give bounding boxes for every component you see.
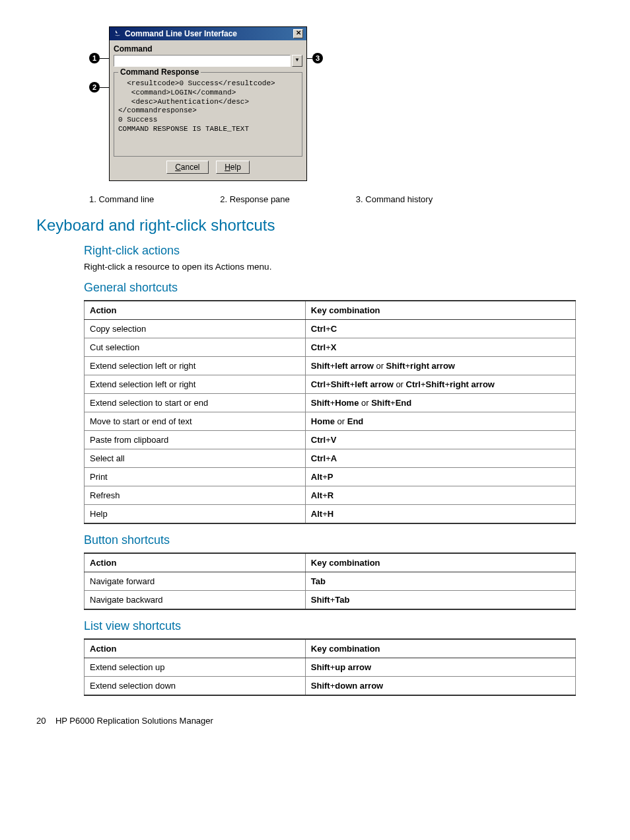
- cell-action: Select all: [85, 449, 306, 468]
- table-row: PrintAlt+P: [85, 468, 576, 486]
- legend-3: 3. Command history: [356, 194, 433, 204]
- cell-action: Print: [85, 468, 306, 486]
- th-key: Key combination: [305, 639, 575, 658]
- cell-action: Cut selection: [85, 338, 306, 357]
- table-row: Navigate backwardShift+Tab: [85, 591, 576, 610]
- button-shortcuts-table: Action Key combination Navigate forwardT…: [84, 553, 576, 610]
- cell-action: Extend selection left or right: [85, 375, 306, 394]
- heading-button-shortcuts: Button shortcuts: [84, 533, 594, 547]
- cell-key: Ctrl+C: [305, 320, 575, 338]
- cli-dialog: Command Line User Interface ✕ Command ▼ …: [109, 26, 307, 181]
- th-key: Key combination: [305, 301, 575, 320]
- dialog-title: Command Line User Interface: [125, 29, 237, 38]
- callout-1: 1: [89, 53, 100, 63]
- heading-keyboard-shortcuts: Keyboard and right-click shortcuts: [36, 216, 594, 235]
- cell-key: Ctrl+Shift+left arrow or Ctrl+Shift+righ…: [305, 375, 575, 394]
- table-row: Extend selection left or rightCtrl+Shift…: [85, 375, 576, 394]
- legend-2: 2. Response pane: [220, 194, 290, 204]
- table-row: HelpAlt+H: [85, 505, 576, 524]
- table-row: Extend selection downShift+down arrow: [85, 677, 576, 696]
- table-row: Move to start or end of textHome or End: [85, 412, 576, 431]
- command-input[interactable]: [114, 55, 291, 67]
- cell-action: Move to start or end of text: [85, 412, 306, 431]
- table-row: Extend selection left or rightShift+left…: [85, 357, 576, 375]
- cell-action: Extend selection up: [85, 658, 306, 677]
- cell-key: Shift+Tab: [305, 591, 575, 610]
- table-row: Copy selectionCtrl+C: [85, 320, 576, 338]
- cell-action: Help: [85, 505, 306, 524]
- th-action: Action: [85, 639, 306, 658]
- cell-action: Navigate backward: [85, 591, 306, 610]
- rightclick-text: Right-click a resource to open its Actio…: [84, 262, 594, 272]
- response-fieldset: Command Response <resultcode>0 Success</…: [114, 72, 302, 157]
- cell-key: Shift+Home or Shift+End: [305, 394, 575, 412]
- th-key: Key combination: [305, 553, 575, 572]
- cell-action: Extend selection to start or end: [85, 394, 306, 412]
- th-action: Action: [85, 301, 306, 320]
- cell-key: Ctrl+V: [305, 431, 575, 449]
- callout-3: 3: [312, 53, 323, 63]
- page-number: 20: [36, 716, 46, 726]
- page-footer: 20 HP P6000 Replication Solutions Manage…: [36, 716, 594, 726]
- response-text: <resultcode>0 Success</resultcode> <comm…: [118, 79, 298, 152]
- cell-key: Alt+R: [305, 486, 575, 505]
- legend-1: 1. Command line: [89, 194, 154, 204]
- cell-key: Shift+up arrow: [305, 658, 575, 677]
- java-icon: [113, 29, 122, 38]
- table-row: Extend selection upShift+up arrow: [85, 658, 576, 677]
- response-legend: Command Response: [118, 67, 201, 77]
- table-row: RefreshAlt+R: [85, 486, 576, 505]
- cell-key: Ctrl+X: [305, 338, 575, 357]
- command-label: Command: [114, 44, 302, 54]
- callout-legend: 1. Command line 2. Response pane 3. Comm…: [89, 194, 594, 204]
- listview-shortcuts-table: Action Key combination Extend selection …: [84, 638, 576, 696]
- cell-action: Copy selection: [85, 320, 306, 338]
- cancel-button[interactable]: Cancel: [166, 161, 208, 174]
- table-row: Navigate forwardTab: [85, 572, 576, 591]
- table-row: Select allCtrl+A: [85, 449, 576, 468]
- cell-key: Alt+P: [305, 468, 575, 486]
- heading-general-shortcuts: General shortcuts: [84, 281, 594, 295]
- table-row: Cut selectionCtrl+X: [85, 338, 576, 357]
- cell-action: Navigate forward: [85, 572, 306, 591]
- cell-key: Shift+left arrow or Shift+right arrow: [305, 357, 575, 375]
- general-shortcuts-table: Action Key combination Copy selectionCtr…: [84, 300, 576, 524]
- cell-action: Extend selection down: [85, 677, 306, 696]
- titlebar: Command Line User Interface ✕: [110, 27, 306, 40]
- history-dropdown-icon[interactable]: ▼: [292, 55, 302, 67]
- th-action: Action: [85, 553, 306, 572]
- cell-key: Shift+down arrow: [305, 677, 575, 696]
- footer-title: HP P6000 Replication Solutions Manager: [55, 716, 213, 726]
- cell-key: Home or End: [305, 412, 575, 431]
- help-button[interactable]: Help: [216, 161, 250, 174]
- heading-listview-shortcuts: List view shortcuts: [84, 619, 594, 633]
- close-icon[interactable]: ✕: [293, 29, 303, 38]
- heading-rightclick: Right-click actions: [84, 244, 594, 258]
- table-row: Paste from clipboardCtrl+V: [85, 431, 576, 449]
- table-row: Extend selection to start or endShift+Ho…: [85, 394, 576, 412]
- cell-key: Ctrl+A: [305, 449, 575, 468]
- cell-key: Tab: [305, 572, 575, 591]
- cell-action: Extend selection left or right: [85, 357, 306, 375]
- figure-container: 1 2 3 Command Line User Interface ✕ Comm…: [89, 26, 594, 181]
- cell-key: Alt+H: [305, 505, 575, 524]
- callout-2: 2: [89, 82, 100, 93]
- cell-action: Refresh: [85, 486, 306, 505]
- cell-action: Paste from clipboard: [85, 431, 306, 449]
